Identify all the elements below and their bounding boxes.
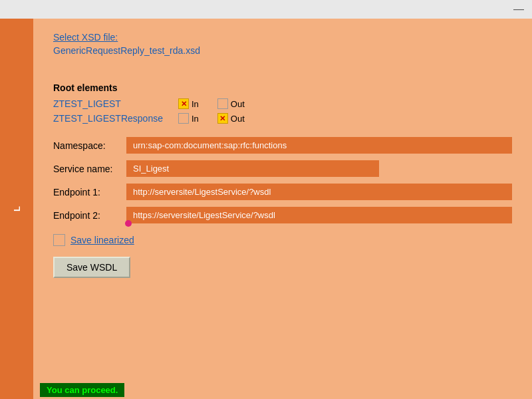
root-elements-title: Root elements: [53, 82, 512, 93]
endpoint2-row: Endpoint 2:: [53, 207, 512, 223]
xsd-filename: GenericRequestReply_test_rda.xsd: [53, 45, 512, 56]
root-element-name-2: ZTEST_LIGESTResponse: [53, 113, 173, 124]
save-wsdl-button[interactable]: Save WSDL: [53, 257, 130, 278]
endpoint1-input[interactable]: [126, 184, 512, 200]
left-sidebar: L: [0, 19, 33, 399]
in-checkbox-group-2: In: [178, 113, 199, 124]
out-checkbox-group-1: Out: [217, 98, 245, 109]
endpoint2-label: Endpoint 2:: [53, 210, 126, 221]
in-label-2: In: [192, 114, 199, 124]
out-label-1: Out: [231, 99, 245, 109]
in-checkbox-1[interactable]: ✕: [178, 98, 189, 109]
status-bar: You can proceed.: [33, 380, 532, 399]
status-message: You can proceed.: [40, 383, 124, 397]
root-element-row-2: ZTEST_LIGESTResponse In ✕ Out: [53, 113, 512, 124]
save-linearized-row: Save linearized: [53, 234, 512, 246]
endpoint1-row: Endpoint 1:: [53, 184, 512, 200]
root-element-row-1: ZTEST_LIGEST ✕ In Out: [53, 98, 512, 109]
select-xsd-link[interactable]: Select XSD file:: [53, 32, 512, 43]
namespace-row: Namespace:: [53, 137, 512, 154]
endpoint2-input[interactable]: [126, 207, 512, 223]
in-label-1: In: [192, 99, 199, 109]
minimize-button[interactable]: —: [513, 3, 524, 15]
out-checkbox-2[interactable]: ✕: [217, 113, 228, 124]
in-checkbox-2[interactable]: [178, 113, 189, 124]
endpoint1-label: Endpoint 1:: [53, 187, 126, 198]
out-label-2: Out: [231, 114, 245, 124]
service-name-label: Service name:: [53, 164, 126, 174]
namespace-input[interactable]: [126, 137, 512, 154]
endpoint-dot: [125, 220, 132, 227]
root-element-name-1: ZTEST_LIGEST: [53, 98, 173, 109]
in-checkbox-group-1: ✕ In: [178, 98, 199, 109]
save-linearized-checkbox[interactable]: [53, 234, 65, 246]
service-name-row: Service name:: [53, 160, 512, 177]
form-section: Namespace: Service name: Endpoint 1: End…: [53, 137, 512, 223]
sidebar-label: L: [12, 206, 22, 211]
namespace-label: Namespace:: [53, 140, 126, 151]
service-name-input[interactable]: [126, 160, 379, 177]
title-bar: —: [0, 0, 532, 19]
out-checkbox-1[interactable]: [217, 98, 228, 109]
main-content: Select XSD file: GenericRequestReply_tes…: [33, 19, 532, 399]
out-checkbox-group-2: ✕ Out: [217, 113, 245, 124]
save-linearized-label[interactable]: Save linearized: [70, 235, 134, 245]
